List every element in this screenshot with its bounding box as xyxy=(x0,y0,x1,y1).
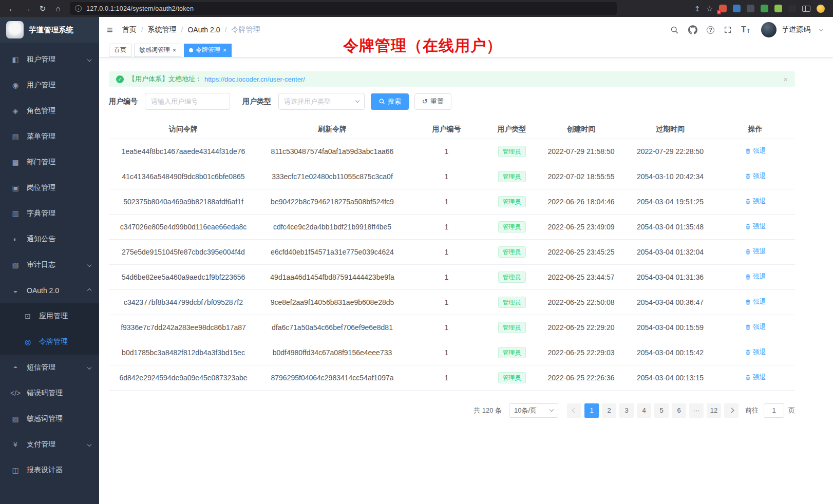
breadcrumb-item[interactable]: OAuth 2.0 xyxy=(187,26,220,34)
force-logout-button[interactable]: 强退 xyxy=(745,247,766,256)
delete-icon xyxy=(745,173,751,180)
create-time-cell: 2022-06-25 22:50:08 xyxy=(537,289,625,315)
page-button[interactable]: ··· xyxy=(689,403,704,418)
page-button[interactable]: 5 xyxy=(654,403,669,418)
alert-close-icon[interactable]: × xyxy=(783,75,788,84)
user-id-cell: 1 xyxy=(407,139,486,164)
github-icon[interactable] xyxy=(688,25,697,34)
user-id-cell: 1 xyxy=(407,239,486,264)
force-logout-button[interactable]: 强退 xyxy=(745,222,766,231)
avatar[interactable] xyxy=(761,22,777,37)
sidebar-item[interactable]: ◎ 令牌管理 xyxy=(0,329,99,355)
search-button[interactable]: 搜索 xyxy=(371,93,409,110)
forward-icon[interactable]: → xyxy=(21,3,34,15)
extension-icon[interactable] xyxy=(761,5,768,12)
extension-icon[interactable] xyxy=(747,5,754,12)
sidebar-collapse-icon[interactable]: ≡ xyxy=(107,24,113,36)
chevron-icon xyxy=(87,442,91,447)
home-icon[interactable]: ⌂ xyxy=(51,3,65,15)
url-bar[interactable]: i 127.0.0.1:1024/system/oauth2/token xyxy=(70,2,617,15)
force-logout-button[interactable]: 强退 xyxy=(745,373,766,382)
app-logo[interactable]: 芋道管理系统 xyxy=(0,17,99,43)
breadcrumb-item[interactable]: 令牌管理 xyxy=(231,25,260,34)
chevron-icon xyxy=(87,57,91,62)
fullscreen-icon[interactable] xyxy=(724,26,732,34)
user-type-select[interactable]: 请选择用户类型 xyxy=(278,93,365,110)
breadcrumb-item[interactable]: 首页 xyxy=(122,25,137,34)
menu-item-label: 令牌管理 xyxy=(39,337,68,346)
force-logout-button[interactable]: 强退 xyxy=(745,197,766,206)
sidebar-item[interactable]: ◓ 短信管理 xyxy=(0,355,99,380)
column-header: 用户编号 xyxy=(407,120,486,139)
page-button[interactable]: 12 xyxy=(707,403,721,418)
breadcrumb-item[interactable]: 系统管理 xyxy=(148,25,177,34)
share-icon[interactable]: ↥ xyxy=(694,5,701,13)
sidebar-item[interactable]: ◧ 租户管理 xyxy=(0,47,99,72)
sidebar-item[interactable]: ▧ 审计日志 xyxy=(0,252,99,278)
goto-page-input[interactable] xyxy=(764,403,784,418)
page-button[interactable]: 1 xyxy=(584,403,599,418)
back-icon[interactable]: ← xyxy=(5,3,18,15)
sidebar-item[interactable]: ◫ 报表设计器 xyxy=(0,457,99,483)
sidebar-item[interactable]: ▤ 菜单管理 xyxy=(0,124,99,149)
page-size-select[interactable]: 10条/页 xyxy=(509,403,558,418)
action-cell: 强退 xyxy=(715,365,795,390)
page-button[interactable]: 2 xyxy=(602,403,616,418)
sidebar-item[interactable]: </> 错误码管理 xyxy=(0,380,99,406)
app-title: 芋道管理系统 xyxy=(29,25,73,35)
force-logout-button[interactable]: 强退 xyxy=(745,322,766,332)
user-type-cell: 管理员 xyxy=(486,264,537,289)
tab[interactable]: 敏感词管理 × xyxy=(134,44,181,57)
sidebar-item[interactable]: ⊡ 应用管理 xyxy=(0,303,99,329)
sidebar-item[interactable]: ◈ 角色管理 xyxy=(0,98,99,124)
bookmark-star-icon[interactable]: ☆ xyxy=(706,5,713,13)
help-icon[interactable]: ? xyxy=(707,26,714,34)
sidebar-item[interactable]: ▨ 敏感词管理 xyxy=(0,406,99,432)
reload-icon[interactable]: ↻ xyxy=(36,3,49,15)
force-logout-button[interactable]: 强退 xyxy=(745,297,766,306)
user-name[interactable]: 芋道源码 xyxy=(782,25,810,34)
extension-icon[interactable]: 0 xyxy=(719,5,727,12)
sidebar-item[interactable]: ◐ 通知公告 xyxy=(0,226,99,252)
breadcrumb-separator: / xyxy=(181,26,183,34)
sidebar-item[interactable]: ▥ 字典管理 xyxy=(0,201,99,226)
next-page-button[interactable] xyxy=(724,403,739,418)
search-icon[interactable] xyxy=(670,26,679,34)
tab-close-icon[interactable]: × xyxy=(223,47,226,53)
force-logout-button[interactable]: 强退 xyxy=(745,171,766,181)
sidebar-item[interactable]: ◉ 用户管理 xyxy=(0,72,99,98)
access-token-cell: c342377bf8b344799dcbf7bf095287f2 xyxy=(109,289,258,315)
sidebar-item[interactable]: ▣ 岗位管理 xyxy=(0,175,99,201)
user-type-badge: 管理员 xyxy=(498,297,526,308)
prev-page-button[interactable] xyxy=(567,403,581,418)
tab[interactable]: 首页 × xyxy=(109,44,131,57)
sidebar-item[interactable]: ◒ OAuth 2.0 xyxy=(0,278,99,303)
extension-icon[interactable] xyxy=(733,5,741,12)
page-button[interactable]: 6 xyxy=(672,403,686,418)
force-logout-button[interactable]: 强退 xyxy=(745,347,766,357)
browser-profile-avatar[interactable] xyxy=(817,5,825,13)
sidebar-toggle-icon[interactable] xyxy=(802,6,810,12)
sidebar-item[interactable]: ▦ 部门管理 xyxy=(0,149,99,175)
sidebar-item[interactable]: ¥ 支付管理 xyxy=(0,432,99,457)
delete-icon xyxy=(745,324,751,331)
font-size-icon[interactable]: TT xyxy=(741,26,750,34)
force-logout-button[interactable]: 强退 xyxy=(745,146,766,156)
extension-icon[interactable] xyxy=(774,5,782,12)
page-size-value: 10条/页 xyxy=(514,406,537,415)
tab[interactable]: 令牌管理 × xyxy=(184,44,232,57)
page-button[interactable]: 4 xyxy=(637,403,651,418)
font-size-big: T xyxy=(741,26,746,34)
delete-icon xyxy=(745,374,751,381)
reset-button[interactable]: ↺ 重置 xyxy=(414,93,451,110)
user-type-cell: 管理员 xyxy=(486,289,537,315)
expire-time-cell: 2054-03-10 20:42:34 xyxy=(625,164,715,189)
info-icon[interactable]: i xyxy=(75,5,82,12)
user-id-input[interactable] xyxy=(145,93,230,110)
caret-down-icon[interactable] xyxy=(819,27,823,31)
page-button[interactable]: 3 xyxy=(619,403,634,418)
tab-close-icon[interactable]: × xyxy=(173,47,176,53)
doc-link[interactable]: https://doc.iocoder.cn/user-center/ xyxy=(204,75,305,83)
extension-icon[interactable] xyxy=(788,5,796,12)
force-logout-button[interactable]: 强退 xyxy=(745,272,766,281)
